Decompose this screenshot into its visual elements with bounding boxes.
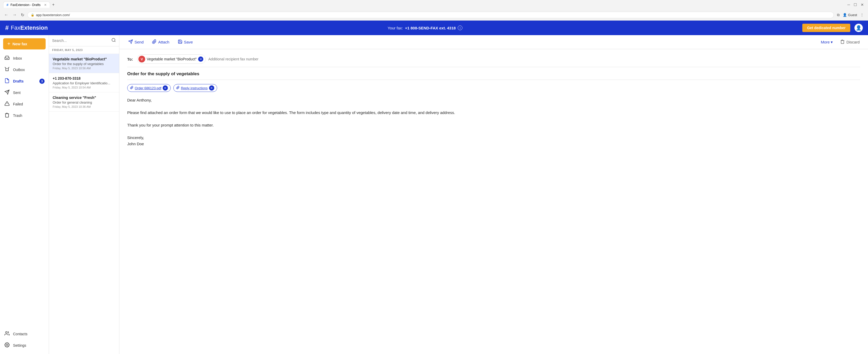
- sent-icon: [4, 90, 10, 96]
- sidebar-navigation: Inbox Outbox: [0, 52, 49, 351]
- logo-hash: #: [5, 24, 9, 32]
- sidebar-item-inbox[interactable]: Inbox: [0, 52, 49, 64]
- svg-point-6: [112, 38, 115, 41]
- attach-label: Attach: [158, 40, 169, 44]
- fax-item-time: Friday, May 5, 2023 10:56 AM: [53, 67, 116, 70]
- sidebar-item-contacts[interactable]: Contacts: [0, 328, 49, 340]
- sidebar-item-trash[interactable]: Trash: [0, 110, 49, 121]
- attachment-paperclip-icon-2: [176, 86, 180, 90]
- fax-list-item[interactable]: Vegetable market "BioProduct" Order for …: [49, 54, 119, 73]
- get-dedicated-number-button[interactable]: Get dedicated number: [802, 24, 850, 32]
- avatar[interactable]: 👤: [855, 24, 863, 32]
- sidebar-item-drafts[interactable]: Drafts 3: [0, 75, 49, 87]
- svg-point-5: [6, 344, 8, 346]
- attach-button[interactable]: Attach: [148, 38, 173, 46]
- maximize-button[interactable]: ☐: [852, 2, 858, 8]
- app-logo: # FaxExtension: [5, 24, 48, 32]
- sidebar-label-inbox: Inbox: [13, 56, 22, 60]
- trash-icon: [4, 112, 10, 119]
- save-button[interactable]: Save: [174, 38, 196, 46]
- fax-info-prefix: Your fax:: [388, 26, 403, 30]
- sidebar-item-outbox[interactable]: Outbox: [0, 64, 49, 75]
- search-input[interactable]: [52, 38, 109, 43]
- save-icon: [178, 39, 183, 45]
- sidebar-item-sent[interactable]: Sent: [0, 87, 49, 98]
- fax-list-item[interactable]: Cleaning service "Fresh" Order for gener…: [49, 93, 119, 112]
- url-text: app.faxextension.com/: [36, 13, 831, 17]
- fax-item-time: Friday, May 5, 2023 10:54 AM: [53, 86, 116, 89]
- new-fax-plus-icon: +: [7, 41, 10, 47]
- recipient-chip: V Vegetable market "BioProduct" ✕: [137, 55, 206, 64]
- forward-button[interactable]: →: [11, 11, 18, 18]
- settings-icon: [4, 342, 10, 349]
- more-chevron-icon: ▾: [831, 40, 833, 44]
- svg-line-7: [115, 41, 115, 42]
- failed-icon: [4, 101, 10, 107]
- fax-number: +1 808-SEND-FAX ext. 4318: [405, 26, 456, 30]
- fax-list-item[interactable]: +1 203-870-3318 Application for Employer…: [49, 73, 119, 93]
- remove-recipient-button[interactable]: ✕: [198, 57, 203, 62]
- search-button[interactable]: [111, 38, 116, 43]
- tab-favicon: #: [6, 3, 8, 7]
- to-field: To: V Vegetable market "BioProduct" ✕: [127, 55, 860, 67]
- compose-toolbar: Send Attach: [119, 35, 868, 49]
- fax-list-panel: Friday, May 5, 2023 Vegetable market "Bi…: [49, 35, 119, 354]
- to-label: To:: [127, 57, 134, 62]
- send-button[interactable]: Send: [125, 38, 147, 46]
- sidebar-item-failed[interactable]: Failed: [0, 98, 49, 110]
- fax-item-subject: Application for Employer Identificatio..…: [53, 81, 116, 85]
- sidebar-label-sent: Sent: [13, 91, 21, 95]
- drafts-icon: [4, 78, 10, 84]
- more-button[interactable]: More ▾: [818, 38, 836, 46]
- fax-item-name: +1 203-870-3318: [53, 76, 116, 80]
- more-label: More: [821, 40, 830, 44]
- sidebar-label-outbox: Outbox: [13, 68, 25, 72]
- outbox-icon: [4, 67, 10, 73]
- attachment-link-1[interactable]: Order 686123.pdf: [135, 86, 161, 90]
- subject-field[interactable]: Order for the supply of vegetables: [127, 71, 860, 80]
- remove-attachment-1-button[interactable]: ✕: [163, 85, 168, 91]
- compose-body[interactable]: Dear Anthony, Please find attached an or…: [127, 97, 860, 147]
- profile-label: Guest: [848, 13, 857, 17]
- fax-item-subject: Order for the supply of vegetables: [53, 62, 116, 66]
- inbox-icon: [4, 55, 10, 62]
- attachment-link-2[interactable]: Reply instructions: [181, 86, 208, 90]
- sidebar: + New fax Inbox: [0, 35, 49, 354]
- attachment-chip: Reply instructions ✕: [173, 84, 217, 92]
- close-window-button[interactable]: ✕: [860, 2, 865, 8]
- main-compose-area: Send Attach: [119, 35, 868, 354]
- profile-button[interactable]: 👤 Guest: [843, 13, 857, 17]
- date-divider: Friday, May 5, 2023: [49, 46, 119, 54]
- recipient-avatar: V: [138, 56, 145, 63]
- svg-point-4: [5, 331, 7, 333]
- browser-menu-button[interactable]: ⋮: [859, 12, 865, 18]
- attachments-row: Order 686123.pdf ✕ Reply instructions ✕: [127, 84, 860, 92]
- reload-button[interactable]: ↻: [20, 11, 25, 19]
- additional-recipient-input[interactable]: [208, 57, 860, 61]
- send-label: Send: [134, 40, 144, 44]
- fax-item-name: Cleaning service "Fresh": [53, 96, 116, 100]
- address-bar[interactable]: 🔒 app.faxextension.com/: [27, 12, 834, 18]
- profile-icon: 👤: [843, 13, 847, 17]
- info-icon[interactable]: i: [458, 26, 462, 30]
- discard-button[interactable]: Discard: [837, 38, 863, 46]
- fax-info: Your fax: +1 808-SEND-FAX ext. 4318 i: [48, 26, 802, 30]
- extensions-button[interactable]: ⧉: [836, 12, 841, 18]
- back-button[interactable]: ←: [3, 11, 9, 18]
- tab-close-icon[interactable]: ✕: [44, 3, 46, 7]
- attachment-paperclip-icon: [130, 86, 133, 90]
- app-header: # FaxExtension Your fax: +1 808-SEND-FAX…: [0, 21, 868, 35]
- remove-attachment-2-button[interactable]: ✕: [209, 85, 214, 91]
- send-icon: [128, 39, 133, 45]
- recipient-initial: V: [141, 57, 143, 61]
- compose-area: To: V Vegetable market "BioProduct" ✕ Or…: [119, 49, 868, 354]
- sidebar-item-settings[interactable]: Settings: [0, 340, 49, 351]
- attachment-chip: Order 686123.pdf ✕: [127, 84, 171, 92]
- discard-label: Discard: [846, 40, 860, 44]
- tab-title: FaxExtension - Drafts: [10, 3, 40, 7]
- new-fax-label: New fax: [12, 42, 27, 46]
- new-tab-button[interactable]: +: [50, 1, 57, 8]
- save-label: Save: [184, 40, 193, 44]
- new-fax-button[interactable]: + New fax: [3, 38, 45, 49]
- minimize-button[interactable]: ─: [846, 2, 851, 8]
